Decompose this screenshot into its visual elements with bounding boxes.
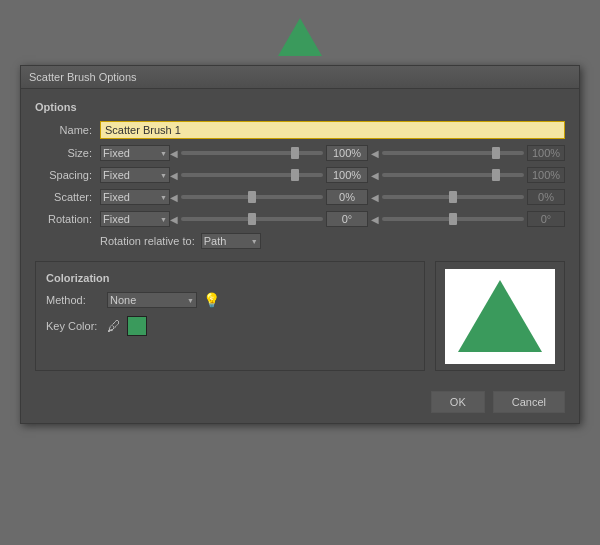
dialog-titlebar: Scatter Brush Options — [21, 66, 579, 89]
rotation-right-arrow-icon[interactable]: ◀ — [371, 214, 379, 225]
size-slider2-thumb — [492, 147, 500, 159]
spacing-row: Spacing: FixedRandom ◀ ◀ — [35, 167, 565, 183]
dialog-body: Options Name: Size: FixedRandom ◀ — [21, 89, 579, 383]
dialog-footer: OK Cancel — [21, 383, 579, 423]
options-section: Options Name: Size: FixedRandom ◀ — [35, 101, 565, 249]
size-value2-input[interactable] — [527, 145, 565, 161]
scatter-label: Scatter: — [35, 191, 100, 203]
spacing-slider[interactable] — [181, 173, 323, 177]
scatter-value2-input[interactable] — [527, 189, 565, 205]
size-value1-input[interactable] — [326, 145, 368, 161]
spacing-label: Spacing: — [35, 169, 100, 181]
eyedropper-icon[interactable]: 🖊 — [107, 318, 121, 334]
spacing-value2-input[interactable] — [527, 167, 565, 183]
scatter-right-arrow-icon[interactable]: ◀ — [371, 192, 379, 203]
key-color-label: Key Color: — [46, 320, 101, 332]
rotation-slider2-thumb — [449, 213, 457, 225]
name-input[interactable] — [100, 121, 565, 139]
scatter-slider-thumb — [248, 191, 256, 203]
scatter-row: Scatter: FixedRandom ◀ ◀ — [35, 189, 565, 205]
rotation-slider2[interactable] — [382, 217, 524, 221]
size-method-select[interactable]: FixedRandom — [100, 145, 170, 161]
scatter-slider2-thumb — [449, 191, 457, 203]
spacing-slider2[interactable] — [382, 173, 524, 177]
preview-box — [445, 269, 555, 364]
tips-bulb-icon[interactable]: 💡 — [203, 292, 220, 308]
spacing-right-arrow-icon[interactable]: ◀ — [371, 170, 379, 181]
dialog-title: Scatter Brush Options — [29, 71, 137, 83]
scatter-value1-input[interactable] — [326, 189, 368, 205]
rotation-slider[interactable] — [181, 217, 323, 221]
spacing-slider2-thumb — [492, 169, 500, 181]
scatter-method-wrapper: FixedRandom — [100, 189, 170, 205]
rotation-left-arrow-icon[interactable]: ◀ — [170, 214, 178, 225]
size-row: Size: FixedRandom ◀ ◀ — [35, 145, 565, 161]
canvas-area: Scatter Brush Options Options Name: Size… — [0, 0, 600, 545]
scatter-slider[interactable] — [181, 195, 323, 199]
rotation-method-wrapper: FixedRandom — [100, 211, 170, 227]
scatter-slider-section: ◀ ◀ — [170, 189, 565, 205]
method-select-wrapper: None Tints Tints and Shades Hue Shift — [107, 292, 197, 308]
size-label: Size: — [35, 147, 100, 159]
rotation-method-select[interactable]: FixedRandom — [100, 211, 170, 227]
size-right-arrow-icon[interactable]: ◀ — [371, 148, 379, 159]
spacing-value1-input[interactable] — [326, 167, 368, 183]
key-color-swatch[interactable] — [127, 316, 147, 336]
spacing-method-select[interactable]: FixedRandom — [100, 167, 170, 183]
rotation-label: Rotation: — [35, 213, 100, 225]
spacing-left-arrow-icon[interactable]: ◀ — [170, 170, 178, 181]
rotation-value2-input[interactable] — [527, 211, 565, 227]
rotation-value1-input[interactable] — [326, 211, 368, 227]
method-select[interactable]: None Tints Tints and Shades Hue Shift — [107, 292, 197, 308]
size-slider2[interactable] — [382, 151, 524, 155]
ok-button[interactable]: OK — [431, 391, 485, 413]
size-left-arrow-icon[interactable]: ◀ — [170, 148, 178, 159]
rotation-relative-row: Rotation relative to: Page Path — [35, 233, 565, 249]
size-slider-thumb — [291, 147, 299, 159]
method-label: Method: — [46, 294, 101, 306]
rotation-slider-thumb — [248, 213, 256, 225]
rotation-row: Rotation: FixedRandom ◀ ◀ — [35, 211, 565, 227]
spacing-method-wrapper: FixedRandom — [100, 167, 170, 183]
spacing-slider-section: ◀ ◀ — [170, 167, 565, 183]
scatter-slider2[interactable] — [382, 195, 524, 199]
key-color-row: Key Color: 🖊 — [46, 316, 414, 336]
colorization-left: Colorization Method: None Tints Tints an… — [35, 261, 425, 371]
top-triangle-icon — [278, 18, 322, 56]
preview-triangle-icon — [458, 280, 542, 352]
rotation-relative-select[interactable]: Page Path — [201, 233, 261, 249]
name-label: Name: — [35, 124, 100, 136]
options-section-label: Options — [35, 101, 565, 113]
rotation-relative-label: Rotation relative to: — [100, 235, 195, 247]
size-slider[interactable] — [181, 151, 323, 155]
rotation-slider-section: ◀ ◀ — [170, 211, 565, 227]
size-slider-section: ◀ ◀ — [170, 145, 565, 161]
preview-section — [435, 261, 565, 371]
scatter-left-arrow-icon[interactable]: ◀ — [170, 192, 178, 203]
colorization-section: Colorization Method: None Tints Tints an… — [35, 261, 565, 371]
scatter-brush-options-dialog: Scatter Brush Options Options Name: Size… — [20, 65, 580, 424]
size-method-wrapper: FixedRandom — [100, 145, 170, 161]
colorization-label: Colorization — [46, 272, 414, 284]
spacing-slider-thumb — [291, 169, 299, 181]
method-row: Method: None Tints Tints and Shades Hue … — [46, 292, 414, 308]
cancel-button[interactable]: Cancel — [493, 391, 565, 413]
rotation-relative-wrapper: Page Path — [201, 233, 261, 249]
scatter-method-select[interactable]: FixedRandom — [100, 189, 170, 205]
name-row: Name: — [35, 121, 565, 139]
